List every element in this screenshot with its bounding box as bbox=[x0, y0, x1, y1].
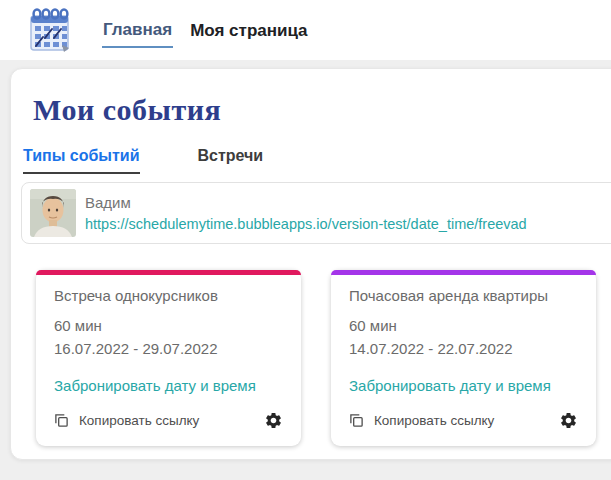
event-date-range: 14.07.2022 - 22.07.2022 bbox=[349, 340, 580, 357]
copy-icon bbox=[54, 413, 69, 428]
book-datetime-link[interactable]: Забронировать дату и время bbox=[54, 377, 256, 394]
event-title: Встреча однокурсников bbox=[54, 287, 285, 304]
copy-link-label: Копировать ссылку bbox=[374, 413, 494, 428]
settings-button[interactable] bbox=[557, 411, 580, 430]
copy-link-button[interactable]: Копировать ссылку bbox=[54, 413, 199, 428]
gear-icon bbox=[559, 418, 578, 433]
copy-icon bbox=[349, 413, 364, 428]
nav-item-my-page[interactable]: Моя страница bbox=[189, 13, 308, 47]
event-duration: 60 мин bbox=[54, 317, 285, 334]
gear-icon bbox=[264, 418, 283, 433]
book-datetime-link[interactable]: Забронировать дату и время bbox=[349, 377, 551, 394]
event-duration: 60 мин bbox=[349, 317, 580, 334]
profile-name: Вадим bbox=[85, 194, 527, 211]
content-panel: Мои события Типы событий Встречи bbox=[10, 68, 611, 460]
nav-item-home[interactable]: Главная bbox=[102, 12, 173, 48]
user-photo-avatar bbox=[30, 189, 76, 237]
section-tabs: Типы событий Встречи bbox=[23, 147, 611, 174]
settings-button[interactable] bbox=[262, 411, 285, 430]
copy-link-label: Копировать ссылку bbox=[79, 413, 199, 428]
profile-text: Вадим https://schedulemytime.bubbleapps.… bbox=[85, 194, 527, 232]
card-body: Встреча однокурсников 60 мин 16.07.2022 … bbox=[36, 275, 301, 446]
event-card: Встреча однокурсников 60 мин 16.07.2022 … bbox=[36, 270, 301, 446]
calendar-logo-icon[interactable] bbox=[28, 7, 72, 53]
profile-booking-url[interactable]: https://schedulemytime.bubbleapps.io/ver… bbox=[85, 216, 527, 232]
copy-link-button[interactable]: Копировать ссылку bbox=[349, 413, 494, 428]
profile-strip: Вадим https://schedulemytime.bubbleapps.… bbox=[21, 182, 611, 244]
event-title: Почасовая аренда квартиры bbox=[349, 287, 580, 304]
page-background: Мои события Типы событий Встречи bbox=[0, 60, 611, 480]
page-title: Мои события bbox=[33, 93, 611, 127]
card-footer: Копировать ссылку bbox=[349, 411, 580, 430]
tab-event-types[interactable]: Типы событий bbox=[23, 147, 140, 174]
card-footer: Копировать ссылку bbox=[54, 411, 285, 430]
tab-meetings[interactable]: Встречи bbox=[198, 147, 264, 174]
top-header: Главная Моя страница bbox=[0, 0, 611, 60]
event-cards-row: Встреча однокурсников 60 мин 16.07.2022 … bbox=[36, 270, 611, 446]
event-card: Почасовая аренда квартиры 60 мин 14.07.2… bbox=[331, 270, 596, 446]
event-date-range: 16.07.2022 - 29.07.2022 bbox=[54, 340, 285, 357]
top-navigation: Главная Моя страница bbox=[102, 12, 309, 48]
card-body: Почасовая аренда квартиры 60 мин 14.07.2… bbox=[331, 275, 596, 446]
